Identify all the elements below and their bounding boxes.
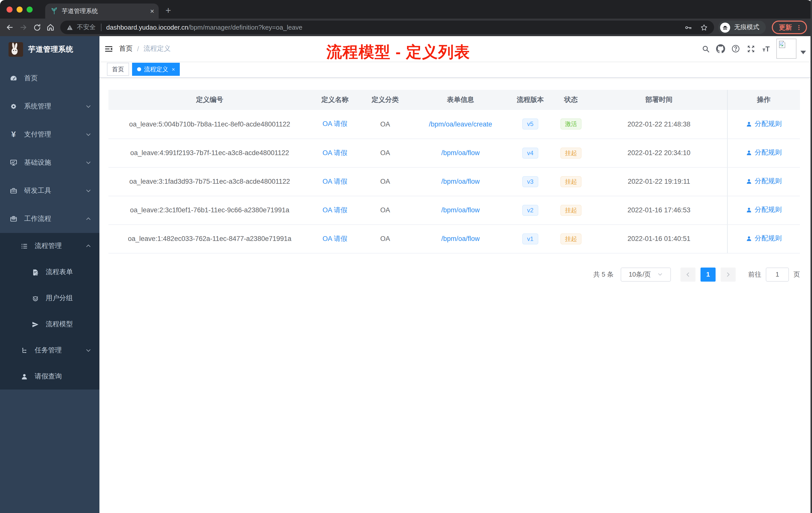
table-row: oa_leave:2:3c1f0ef1-76b1-11ec-9c66-a2380… [109,196,800,224]
sidebar-item-leave-query[interactable]: 请假查询 [0,363,99,390]
sidebar-item-label: 任务管理 [35,346,62,355]
sidebar-item-process-model[interactable]: 流程模型 [0,311,99,337]
tag-close-icon[interactable]: × [172,66,175,72]
assign-rule-button[interactable]: 分配规则 [746,206,782,215]
cell-category: OA [359,224,411,253]
home-icon[interactable] [44,21,57,34]
form-link[interactable]: /bpm/oa/flow [441,235,480,242]
sidebar-item-system[interactable]: 系统管理 [0,92,99,120]
form-link[interactable]: /bpm/oa/flow [441,149,480,157]
prev-page-button[interactable] [680,267,696,281]
cell-deploy-time: 2022-01-16 17:46:53 [591,196,727,224]
definition-name-link[interactable]: OA 请假 [322,235,347,242]
help-question-icon[interactable] [728,36,743,61]
window-minimize-button[interactable] [17,6,23,12]
form-link[interactable]: /bpm/oa/leave/create [429,120,492,128]
chevron-down-icon [85,103,91,110]
page-unit-label: 页 [793,270,800,279]
hamburger-icon[interactable] [99,36,119,61]
chevron-down-icon [85,188,91,194]
browser-tab[interactable]: 芋道管理系统 × [45,3,159,19]
avatar[interactable] [776,39,796,59]
cell-deploy-time: 2022-01-22 19:19:11 [591,167,727,196]
browser-menu-dots-icon[interactable] [795,23,803,31]
cell-category: OA [359,139,411,167]
person-icon [746,121,752,127]
window-zoom-button[interactable] [27,6,33,12]
chevron-up-icon [85,243,91,249]
col-status: 状态 [551,90,591,110]
url-domain: dashboard.yudao.iocoder.cn [106,24,188,31]
sidebar-item-process-management[interactable]: 流程管理 [0,233,99,259]
breadcrumb-current: 流程定义 [144,44,171,53]
breadcrumb-separator: / [137,45,139,53]
assign-rule-button[interactable]: 分配规则 [746,148,782,157]
sidebar-item-infrastructure[interactable]: 基础设施 [0,149,99,177]
definition-name-link[interactable]: OA 请假 [322,120,347,128]
robot-face-icon [31,294,39,302]
browser-update-button[interactable]: 更新 [772,21,807,34]
page-size-select[interactable]: 10条/页 [621,267,671,281]
sidebar-item-payment[interactable]: ¥ 支付管理 [0,120,99,149]
gear-icon [9,102,18,111]
back-icon[interactable] [3,21,17,34]
chevron-left-icon [685,271,691,277]
address-bar[interactable]: 不安全 dashboard.yudao.iocoder.cn/bpm/manag… [60,21,714,34]
logo-rabbit-image [8,42,23,57]
table-row: oa_leave:4:991f2193-7b7f-11ec-a3c8-acde4… [109,139,800,167]
version-badge: v1 [522,233,538,244]
status-badge: 挂起 [560,233,581,244]
sidebar-item-workflow[interactable]: 工作流程 [0,205,99,233]
github-icon[interactable] [713,36,728,61]
tag-home[interactable]: 首页 [107,63,129,76]
font-size-icon[interactable] [758,36,773,61]
col-actions: 操作 [727,90,800,110]
next-page-button[interactable] [721,267,736,281]
form-link[interactable]: /bpm/oa/flow [441,206,480,214]
col-definition-category: 定义分类 [359,90,411,110]
person-icon [746,178,752,185]
col-process-version: 流程版本 [510,90,551,110]
monitor-icon [9,159,18,167]
page-size-value: 10条/页 [629,270,651,279]
goto-page-input[interactable] [766,267,789,281]
definition-name-link[interactable]: OA 请假 [322,149,347,156]
sidebar-item-label: 用户分组 [46,294,73,303]
security-label[interactable]: 不安全 [77,23,96,32]
definition-name-link[interactable]: OA 请假 [322,206,347,214]
assign-rule-button[interactable]: 分配规则 [746,119,782,128]
chevron-down-icon [85,348,91,353]
assign-rule-button[interactable]: 分配规则 [746,234,782,243]
definition-name-link[interactable]: OA 请假 [322,177,347,185]
tab-close-icon[interactable]: × [150,7,154,14]
current-page-button[interactable]: 1 [700,267,716,281]
url-text[interactable]: dashboard.yudao.iocoder.cn/bpm/manager/d… [106,24,302,31]
window-close-button[interactable] [6,6,12,12]
fullscreen-icon[interactable] [743,36,758,61]
version-badge: v5 [522,119,538,130]
definition-table: 定义编号 定义名称 定义分类 表单信息 流程版本 状态 部署时间 操作 oa_l [109,90,800,253]
forward-icon[interactable] [17,21,30,34]
tag-process-definition[interactable]: 流程定义 × [132,63,180,76]
col-definition-name: 定义名称 [311,90,359,110]
breadcrumb-home[interactable]: 首页 [119,44,133,53]
assign-rule-button[interactable]: 分配规则 [746,177,782,186]
new-tab-button[interactable]: + [162,4,175,17]
cell-definition-id: oa_leave:3:1fad3d93-7b75-11ec-a3c8-acde4… [109,167,311,196]
tab-title: 芋道管理系统 [62,7,146,15]
browser-toolbar: 不安全 dashboard.yudao.iocoder.cn/bpm/manag… [0,19,812,36]
sidebar-item-task-management[interactable]: 任务管理 [0,337,99,363]
security-warning-icon [66,24,73,31]
sidebar-item-user-group[interactable]: 用户分组 [0,285,99,311]
sidebar-item-home[interactable]: 首页 [0,64,99,92]
sidebar-item-devtools[interactable]: 研发工具 [0,177,99,205]
reload-icon[interactable] [30,21,44,34]
col-definition-id: 定义编号 [109,90,311,110]
password-key-icon[interactable] [685,23,693,31]
form-link[interactable]: /bpm/oa/flow [441,178,480,185]
avatar-caret-down-icon[interactable] [801,51,806,54]
version-badge: v2 [522,205,538,216]
bookmark-star-icon[interactable] [700,23,708,31]
sidebar-item-process-form[interactable]: 流程表单 [0,259,99,285]
search-icon[interactable] [698,36,713,61]
